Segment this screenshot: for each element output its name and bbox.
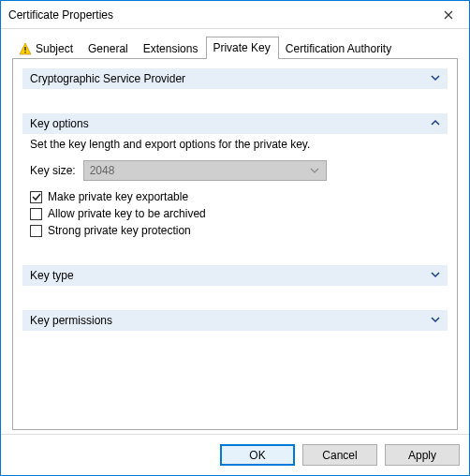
checkbox-label: Strong private key protection <box>48 224 191 237</box>
section-key-permissions-header[interactable]: Key permissions <box>22 310 448 331</box>
tab-general[interactable]: General <box>81 37 137 59</box>
chevron-down-icon <box>431 72 440 85</box>
chevron-down-icon <box>431 314 440 327</box>
tab-label-private-key: Private Key <box>213 41 270 54</box>
tab-cert-authority[interactable]: Certification Authority <box>279 37 400 59</box>
tab-private-key[interactable]: Private Key <box>206 37 278 59</box>
section-key-type-title: Key type <box>30 269 431 282</box>
section-key-options-header[interactable]: Key options <box>22 113 448 134</box>
close-button[interactable] <box>427 1 469 28</box>
checkmark-icon <box>32 192 41 201</box>
checkbox-label: Allow private key to be archived <box>48 207 206 220</box>
tab-extensions[interactable]: Extensions <box>137 37 207 59</box>
dialog-content: Subject General Extensions Private Key C… <box>1 29 469 434</box>
warning-icon <box>19 42 32 55</box>
section-csp-header[interactable]: Cryptographic Service Provider <box>22 68 448 89</box>
chevron-down-icon <box>307 163 322 178</box>
dialog-footer: OK Cancel Apply <box>1 434 469 475</box>
section-key-options-title: Key options <box>30 117 431 130</box>
chevron-down-icon <box>431 269 440 282</box>
close-icon <box>444 10 453 20</box>
button-label: Apply <box>408 449 436 462</box>
section-key-permissions-title: Key permissions <box>30 314 431 327</box>
checkbox-box <box>30 225 42 237</box>
button-label: OK <box>249 449 265 462</box>
key-size-label: Key size: <box>30 164 76 177</box>
svg-rect-2 <box>24 52 25 52</box>
button-label: Cancel <box>322 449 357 462</box>
apply-button[interactable]: Apply <box>385 444 460 466</box>
spacer <box>22 286 448 303</box>
svg-rect-1 <box>24 47 25 51</box>
key-size-row: Key size: 2048 <box>30 160 440 181</box>
checkbox-label: Make private key exportable <box>48 190 188 203</box>
ok-button[interactable]: OK <box>220 444 295 466</box>
checkbox-archive[interactable]: Allow private key to be archived <box>30 207 440 220</box>
tab-label-extensions: Extensions <box>143 42 198 55</box>
checkbox-box <box>30 191 42 203</box>
tab-label-general: General <box>88 42 128 55</box>
cancel-button[interactable]: Cancel <box>302 444 377 466</box>
spacer <box>22 241 448 258</box>
section-key-options-body: Set the key length and export options fo… <box>22 138 448 237</box>
checkbox-box <box>30 208 42 220</box>
window-title: Certificate Properties <box>1 8 427 22</box>
checkbox-strong-protection[interactable]: Strong private key protection <box>30 224 440 237</box>
section-csp-title: Cryptographic Service Provider <box>30 72 431 85</box>
chevron-up-icon <box>431 117 440 130</box>
key-options-description: Set the key length and export options fo… <box>30 138 440 151</box>
section-key-type-header[interactable]: Key type <box>22 265 448 286</box>
tab-subject[interactable]: Subject <box>12 37 81 59</box>
titlebar: Certificate Properties <box>1 1 469 29</box>
tab-panel-private-key: Cryptographic Service Provider Key optio… <box>12 58 458 430</box>
key-size-combo[interactable]: 2048 <box>83 160 327 181</box>
certificate-properties-window: Certificate Properties Subject General E… <box>0 0 470 476</box>
tab-label-subject: Subject <box>36 42 73 55</box>
tab-label-cert-authority: Certification Authority <box>286 42 391 55</box>
tab-strip: Subject General Extensions Private Key C… <box>12 37 458 59</box>
checkbox-exportable[interactable]: Make private key exportable <box>30 190 440 203</box>
key-size-value: 2048 <box>90 164 115 177</box>
spacer <box>22 89 448 106</box>
